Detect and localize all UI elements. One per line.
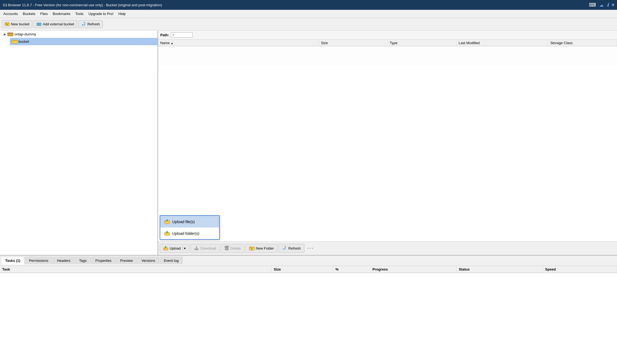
menu-buckets[interactable]: Buckets — [20, 11, 37, 17]
file-table: Name ▲ Size Type Last Modified Storage C… — [158, 40, 617, 241]
upload-folder-option[interactable]: Upload folder(s) — [160, 227, 219, 239]
table-row — [158, 58, 617, 60]
table-row — [158, 46, 617, 48]
upload-button[interactable]: Upload ▾ — [160, 244, 189, 253]
cloud-icon[interactable]: ☁ — [599, 2, 604, 8]
svg-rect-20 — [165, 221, 167, 222]
tabs-bar: Tasks (1) Permissions Headers Tags Prope… — [0, 256, 617, 266]
main-toolbar: New bucket Add external bucket Refresh — [0, 18, 617, 31]
new-folder-label: New Folder — [256, 246, 274, 250]
main-container: ▶ ontap-dummy — [0, 31, 617, 364]
keyboard-icon[interactable]: ⌨ — [589, 2, 596, 8]
file-refresh-icon — [282, 245, 287, 251]
menu-tools[interactable]: Tools — [73, 11, 86, 17]
tab-event-log[interactable]: Event log — [160, 257, 183, 265]
svg-rect-2 — [5, 23, 7, 24]
tree-bucket-label: bucket — [19, 40, 29, 44]
tree-expand-icon: ▶ — [4, 32, 6, 36]
tasks-col-progress: Progress — [370, 266, 456, 273]
svg-rect-25 — [165, 232, 167, 233]
tab-permissions[interactable]: Permissions — [25, 257, 52, 265]
table-row — [158, 62, 617, 63]
new-bucket-icon — [5, 22, 10, 27]
menu-files[interactable]: Files — [38, 11, 50, 17]
info-icon[interactable]: ℹ — [607, 2, 609, 8]
upload-label: Upload — [170, 246, 181, 250]
col-storage[interactable]: Storage Class — [548, 40, 617, 46]
tasks-col-task: Task — [0, 266, 271, 273]
path-input[interactable] — [171, 32, 193, 38]
tab-headers[interactable]: Headers — [53, 257, 74, 265]
file-refresh-button[interactable]: Refresh — [279, 244, 304, 253]
add-external-icon — [37, 22, 41, 27]
delete-button[interactable]: Delete — [221, 244, 244, 253]
svg-rect-36 — [225, 247, 228, 250]
tree-root: ▶ ontap-dummy — [0, 31, 158, 45]
list-icon[interactable]: ≡ — [612, 2, 614, 7]
table-row — [158, 56, 617, 58]
left-panel: ▶ ontap-dummy — [0, 31, 158, 255]
upload-folder-label: Upload folder(s) — [172, 231, 199, 236]
new-bucket-label: New bucket — [11, 22, 29, 26]
menu-accounts[interactable]: Accounts — [1, 11, 20, 17]
tree-child-bucket: bucket — [2, 38, 158, 45]
col-name[interactable]: Name ▲ — [158, 40, 319, 46]
table-row — [158, 60, 617, 62]
menu-upgrade[interactable]: Upgrade to Pro! — [86, 11, 116, 17]
tasks-col-speed: Speed — [543, 266, 617, 273]
content-area: ▶ ontap-dummy — [0, 31, 617, 255]
bottom-toolbar: Upload ▾ Download — [158, 241, 617, 255]
tree-item-root[interactable]: ▶ ontap-dummy — [2, 31, 158, 38]
app-title: S3 Browser 11.6.7 - Free Version (for no… — [3, 3, 162, 7]
upload-dropdown-arrow[interactable]: ▾ — [183, 246, 186, 250]
menu-bar: Accounts Buckets Files Bookmarks Tools U… — [0, 10, 617, 18]
svg-rect-41 — [249, 247, 251, 248]
table-row — [158, 63, 617, 65]
tab-preview[interactable]: Preview — [116, 257, 137, 265]
new-folder-icon — [249, 245, 255, 251]
tree-root-label: ontap-dummy — [14, 32, 36, 36]
root-folder-icon — [7, 31, 13, 37]
delete-label: Delete — [231, 246, 241, 250]
dots-separator: • • • — [306, 246, 316, 250]
tree-item-bucket[interactable]: bucket — [10, 38, 158, 45]
svg-rect-38 — [226, 246, 228, 247]
table-row — [158, 52, 617, 54]
tab-tags[interactable]: Tags — [75, 257, 90, 265]
tab-versions[interactable]: Versions — [137, 257, 159, 265]
upload-files-label: Upload file(s) — [172, 220, 195, 224]
table-row — [158, 54, 617, 56]
menu-help[interactable]: Help — [116, 11, 128, 17]
col-modified[interactable]: Last Modified — [456, 40, 548, 46]
svg-rect-14 — [8, 33, 10, 34]
upload-files-option[interactable]: Upload file(s) — [160, 216, 219, 227]
title-bar-icons: ⌨ ☁ ℹ ≡ — [589, 2, 614, 8]
svg-rect-30 — [164, 248, 165, 249]
tasks-col-size: Size — [271, 266, 333, 273]
bottom-panel: Tasks (1) Permissions Headers Tags Prope… — [0, 255, 617, 364]
toolbar-refresh-button[interactable]: Refresh — [78, 20, 103, 28]
add-external-bucket-button[interactable]: Add external bucket — [34, 20, 77, 28]
svg-rect-35 — [196, 246, 197, 248]
download-icon — [194, 245, 199, 251]
toolbar-refresh-label: Refresh — [87, 22, 100, 26]
tab-tasks[interactable]: Tasks (1) — [1, 257, 24, 265]
upload-folder-icon — [164, 230, 170, 236]
download-button[interactable]: Download — [190, 244, 220, 253]
tab-properties[interactable]: Properties — [91, 257, 116, 265]
col-type[interactable]: Type — [388, 40, 456, 46]
refresh-icon — [81, 22, 86, 27]
file-refresh-label: Refresh — [288, 246, 301, 250]
path-label: Path: — [160, 33, 169, 37]
svg-rect-17 — [12, 40, 14, 41]
new-folder-button[interactable]: New Folder — [246, 244, 277, 253]
delete-icon — [224, 245, 229, 251]
tasks-table: Task Size % Progress Status Speed — [0, 266, 617, 364]
col-size[interactable]: Size — [319, 40, 388, 46]
upload-context-menu: Upload file(s) Upload folder(s) — [160, 215, 220, 240]
menu-bookmarks[interactable]: Bookmarks — [50, 11, 72, 17]
upload-icon — [163, 245, 168, 251]
svg-rect-32 — [165, 247, 166, 248]
new-bucket-button[interactable]: New bucket — [2, 20, 32, 28]
upload-files-icon — [164, 219, 170, 225]
